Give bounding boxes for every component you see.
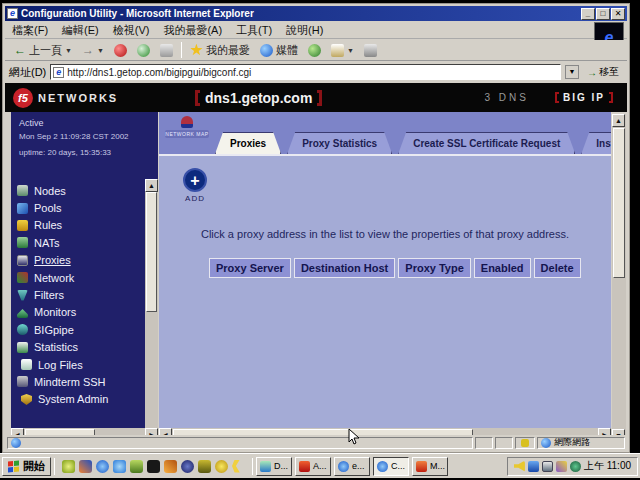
sidebar-item-system-admin[interactable]: System Admin — [17, 391, 139, 408]
tab-row: Proxies Proxy Statistics Create SSL Cert… — [215, 132, 611, 154]
media-icon — [260, 44, 273, 57]
network-map-icon — [181, 116, 193, 128]
sidebar-item-network[interactable]: Network — [17, 269, 139, 286]
zone-label: 網際網路 — [554, 436, 590, 449]
quicklaunch-icon[interactable] — [215, 460, 228, 473]
system-tray: 上午 11:00 — [507, 457, 638, 476]
scroll-up-icon[interactable]: ▲ — [145, 179, 158, 192]
filters-icon — [17, 290, 28, 301]
tab-install-ssl-certificate[interactable]: Install SSL Certificate — [581, 132, 611, 154]
mail-dropdown-icon[interactable]: ▼ — [347, 47, 354, 54]
display-icon[interactable] — [542, 461, 553, 472]
bracket-left-icon — [195, 90, 200, 106]
sidebar-item-mindterm-ssh[interactable]: Mindterm SSH — [17, 373, 139, 390]
sidebar-item-statistics[interactable]: Statistics — [17, 339, 139, 356]
tray-app-icon[interactable] — [556, 461, 567, 472]
favorites-button[interactable]: 我的最愛 — [185, 41, 255, 59]
tab-proxy-statistics[interactable]: Proxy Statistics — [287, 132, 392, 154]
link-3dns[interactable]: 3 DNS — [485, 92, 529, 103]
quicklaunch-icon[interactable] — [96, 460, 109, 473]
task-icon — [338, 461, 349, 472]
quicklaunch-icon[interactable] — [113, 460, 126, 473]
sidebar-item-nats[interactable]: NATs — [17, 234, 139, 251]
menu-tools[interactable]: 工具(T) — [229, 22, 279, 39]
sidebar-item-nodes[interactable]: Nodes — [17, 182, 139, 199]
quicklaunch-icon[interactable] — [198, 460, 211, 473]
network-tray-icon[interactable] — [570, 461, 581, 472]
scrollbar-thumb[interactable] — [613, 128, 625, 278]
refresh-button[interactable] — [132, 41, 155, 59]
task-icon — [416, 461, 427, 472]
sidebar-item-pools[interactable]: Pools — [17, 199, 139, 216]
minimize-button[interactable]: _ — [581, 8, 595, 20]
tab-proxies[interactable]: Proxies — [215, 132, 281, 154]
quicklaunch-icon[interactable] — [164, 460, 177, 473]
loading-globe-icon — [11, 438, 21, 448]
maximize-button[interactable]: □ — [596, 8, 610, 20]
address-dropdown-icon[interactable]: ▼ — [565, 65, 579, 79]
status-message-pane — [7, 437, 473, 449]
taskbar: 開始 D... A... e... — [0, 453, 640, 478]
sidebar-vertical-scrollbar[interactable]: ▲ ▼ — [145, 179, 158, 442]
go-button[interactable]: → 移至 — [583, 64, 623, 80]
task-button-5[interactable]: M... — [412, 457, 448, 476]
col-enabled[interactable]: Enabled — [474, 258, 531, 278]
network-map-button[interactable]: NETWORK MAP — [165, 116, 209, 150]
task-button-1[interactable]: D... — [256, 457, 292, 476]
quicklaunch-icon[interactable] — [62, 460, 75, 473]
scroll-up-icon[interactable]: ▲ — [612, 114, 625, 127]
scrollbar-thumb[interactable] — [146, 192, 157, 312]
back-dropdown-icon[interactable]: ▼ — [65, 47, 72, 54]
quicklaunch-icon[interactable] — [130, 460, 143, 473]
home-button[interactable] — [155, 41, 178, 59]
window-title: Configuration Utility - Microsoft Intern… — [21, 8, 580, 19]
menu-help[interactable]: 說明(H) — [279, 22, 330, 39]
status-pane-empty-2 — [495, 437, 513, 449]
zone-pane: 網際網路 — [537, 437, 625, 449]
sidebar-item-log-files[interactable]: Log Files — [17, 356, 139, 373]
quicklaunch-icon[interactable] — [232, 460, 245, 473]
menu-view[interactable]: 檢視(V) — [106, 22, 157, 39]
browser-window: e Configuration Utility - Microsoft Inte… — [2, 3, 630, 453]
close-button[interactable]: ✕ — [611, 8, 625, 20]
sidebar-item-filters[interactable]: Filters — [17, 286, 139, 303]
main-vertical-scrollbar[interactable]: ▲ ▼ — [612, 114, 626, 442]
bigip-bracket-right-icon — [609, 92, 613, 103]
forward-dropdown-icon[interactable]: ▼ — [97, 47, 104, 54]
start-button[interactable]: 開始 — [2, 457, 51, 476]
quicklaunch-icon[interactable] — [181, 460, 194, 473]
hostname-text: dns1.getop.com — [205, 90, 312, 106]
sidebar-item-monitors[interactable]: Monitors — [17, 304, 139, 321]
stop-button[interactable] — [109, 41, 132, 59]
menu-edit[interactable]: 編輯(E) — [55, 22, 106, 39]
volume-icon[interactable] — [514, 461, 525, 472]
mail-button[interactable]: ▼ — [326, 41, 359, 59]
col-destination-host[interactable]: Destination Host — [294, 258, 395, 278]
menu-favorites[interactable]: 我的最愛(A) — [156, 22, 229, 39]
back-button[interactable]: ← 上一頁 ▼ — [9, 41, 77, 59]
tab-create-ssl-certificate-request[interactable]: Create SSL Certificate Request — [398, 132, 575, 154]
task-button-configuration-utility[interactable]: C... — [373, 457, 409, 476]
task-button-2[interactable]: A... — [295, 457, 331, 476]
history-button[interactable] — [303, 41, 326, 59]
add-proxy-button[interactable]: + ADD — [175, 168, 215, 203]
quicklaunch-icon[interactable] — [147, 460, 160, 473]
menu-file[interactable]: 檔案(F) — [5, 22, 55, 39]
address-input[interactable]: e http://dns1.getop.com/bigipgui/bigconf… — [50, 64, 561, 80]
media-button[interactable]: 媒體 — [255, 41, 303, 59]
messenger-icon[interactable] — [528, 461, 539, 472]
sidebar-item-proxies[interactable]: Proxies — [17, 252, 139, 269]
col-proxy-server[interactable]: Proxy Server — [209, 258, 291, 278]
sidebar-item-rules[interactable]: Rules — [17, 217, 139, 234]
col-delete[interactable]: Delete — [534, 258, 581, 278]
print-icon — [364, 44, 377, 57]
col-proxy-type[interactable]: Proxy Type — [398, 258, 471, 278]
clock[interactable]: 上午 11:00 — [584, 459, 631, 473]
forward-button[interactable]: → ▼ — [77, 41, 109, 59]
task-button-3[interactable]: e... — [334, 457, 370, 476]
quicklaunch-icon[interactable] — [79, 460, 92, 473]
sidebar: Active Mon Sep 2 11:09:28 CST 2002 uptim… — [11, 112, 158, 442]
sidebar-item-bigpipe[interactable]: BIGpipe — [17, 321, 139, 338]
link-bigip[interactable]: BIG IP — [555, 92, 613, 103]
print-button[interactable] — [359, 41, 382, 59]
